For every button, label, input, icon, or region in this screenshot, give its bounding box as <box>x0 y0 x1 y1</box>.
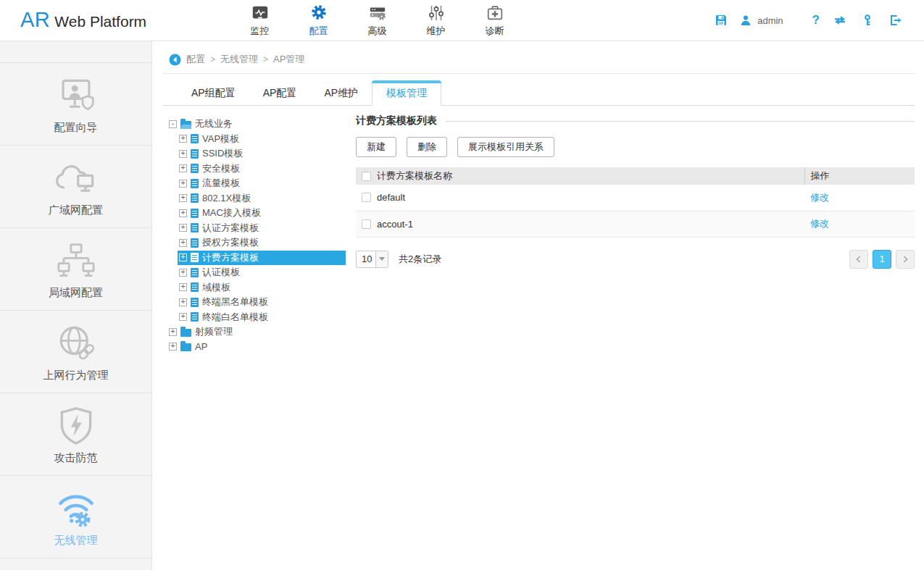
sidebar-item-config-wizard[interactable]: 配置向导 <box>0 63 151 146</box>
modify-link[interactable]: 修改 <box>810 192 829 203</box>
breadcrumb-back-icon[interactable] <box>169 54 181 66</box>
breadcrumb-item: AP管理 <box>273 53 304 66</box>
expand-icon[interactable]: + <box>179 150 187 158</box>
sidebar-item-wan-config[interactable]: 广域网配置 <box>0 146 151 228</box>
expand-icon[interactable]: + <box>179 224 187 232</box>
expand-icon[interactable]: + <box>179 298 187 306</box>
first-aid-icon <box>486 3 504 23</box>
left-sidebar: 配置向导 广域网配置 局域网配置 上网行为管理 攻击防范 <box>0 41 152 570</box>
tree-node-wireless-service[interactable]: - 无线业务 <box>169 117 346 132</box>
collapse-icon[interactable]: - <box>169 120 177 128</box>
nav-diagnosis[interactable]: 诊断 <box>465 3 524 38</box>
document-icon <box>191 193 199 203</box>
breadcrumb-item[interactable]: 无线管理 <box>220 53 258 66</box>
row-checkbox[interactable] <box>362 193 371 202</box>
sidebar-item-label: 广域网配置 <box>49 204 103 217</box>
tree-node-ssid-template[interactable]: + SSID模板 <box>178 146 346 162</box>
section-title: 计费方案模板列表 <box>356 114 437 127</box>
documents-icon <box>191 312 199 322</box>
tree-node-author-scheme-template[interactable]: + 授权方案模板 <box>178 235 346 251</box>
sidebar-item-wireless-management[interactable]: 无线管理 <box>0 476 151 558</box>
breadcrumb: 配置 > 无线管理 > AP管理 <box>163 41 915 74</box>
tree-node-label: 安全模板 <box>202 162 240 175</box>
expand-icon[interactable]: + <box>179 209 187 217</box>
main-area: 配置 > 无线管理 > AP管理 AP组配置 AP配置 AP维护 模板管理 - … <box>152 41 924 570</box>
save-icon[interactable] <box>714 13 728 28</box>
tab-template-management[interactable]: 模板管理 <box>372 83 441 106</box>
documents-icon <box>191 134 199 143</box>
tab-ap-group-config[interactable]: AP组配置 <box>178 83 249 106</box>
next-page-button[interactable] <box>896 250 915 269</box>
folder-icon <box>180 343 191 351</box>
document-icon <box>191 209 199 218</box>
tree-node-mac-access-template[interactable]: + MAC接入模板 <box>178 206 346 221</box>
switch-language-icon[interactable] <box>833 13 847 28</box>
tree-node-domain-template[interactable]: + 域模板 <box>178 280 346 296</box>
logout-icon[interactable] <box>888 13 902 28</box>
expand-icon[interactable]: + <box>179 283 187 291</box>
help-icon[interactable]: ? <box>812 13 820 28</box>
expand-icon[interactable]: + <box>169 328 177 336</box>
expand-icon[interactable]: + <box>179 164 187 172</box>
nav-monitor[interactable]: 监控 <box>230 3 289 38</box>
row-checkbox[interactable] <box>362 219 371 229</box>
nav-maintenance[interactable]: 维护 <box>407 3 465 38</box>
expand-icon[interactable]: + <box>179 239 187 247</box>
tab-ap-config[interactable]: AP配置 <box>249 83 311 106</box>
tree-node-security-template[interactable]: + 安全模板 <box>178 162 346 177</box>
tree-node-ap[interactable]: + AP <box>169 340 346 355</box>
nav-configuration[interactable]: 配置 <box>289 3 348 38</box>
section-divider <box>446 121 915 122</box>
lan-topology-icon <box>55 238 97 283</box>
tab-ap-maintenance[interactable]: AP维护 <box>310 83 372 106</box>
folder-icon <box>180 329 191 337</box>
expand-icon[interactable]: + <box>179 194 187 202</box>
sidebar-item-internet-behavior[interactable]: 上网行为管理 <box>0 311 151 393</box>
wizard-icon <box>55 73 97 118</box>
document-icon <box>191 253 199 262</box>
key-icon[interactable] <box>860 13 875 28</box>
expand-icon[interactable]: + <box>179 269 187 277</box>
sidebar-item-attack-defense[interactable]: 攻击防范 <box>0 393 151 476</box>
tree-node-authentication-template[interactable]: + 认证模板 <box>178 265 346 280</box>
select-all-checkbox[interactable] <box>362 172 371 181</box>
nav-advanced[interactable]: 高级 <box>348 3 407 38</box>
tree-node-terminal-blacklist-template[interactable]: + 终端黑名单模板 <box>178 295 346 310</box>
logo-ar-text: AR <box>20 8 50 32</box>
document-icon <box>191 223 199 232</box>
tree-node-auth-scheme-template[interactable]: + 认证方案模板 <box>178 221 346 236</box>
tree-node-accounting-scheme-template[interactable]: + 计费方案模板 <box>178 251 346 266</box>
page-1-button[interactable]: 1 <box>873 250 891 269</box>
expand-icon[interactable]: + <box>179 253 187 261</box>
expand-icon[interactable]: + <box>179 313 187 321</box>
sidebar-item-label: 局域网配置 <box>49 286 103 300</box>
sidebar-item-label: 无线管理 <box>54 534 98 548</box>
pager: 1 <box>849 250 915 269</box>
tree-node-traffic-template[interactable]: + 流量模板 <box>178 176 346 191</box>
tree-node-terminal-whitelist-template[interactable]: + 终端白名单模板 <box>178 310 346 325</box>
breadcrumb-separator: > <box>263 54 268 64</box>
record-count-label: 共2条记录 <box>399 253 441 266</box>
template-name: default <box>377 192 405 203</box>
prev-page-button[interactable] <box>849 250 868 269</box>
expand-icon[interactable]: + <box>169 343 177 351</box>
documents-icon <box>191 282 199 292</box>
expand-icon[interactable]: + <box>179 135 187 143</box>
tree-node-radio-management[interactable]: + 射频管理 <box>169 324 346 340</box>
tree-node-label: VAP模板 <box>202 133 239 146</box>
sidebar-item-lan-config[interactable]: 局域网配置 <box>0 228 151 311</box>
modify-link[interactable]: 修改 <box>810 218 829 229</box>
toolbar: 新建 删除 展示模板引用关系 <box>356 137 915 157</box>
tree-node-8021x-template[interactable]: + 802.1X模板 <box>178 191 346 206</box>
delete-button[interactable]: 删除 <box>407 137 447 157</box>
expand-icon[interactable]: + <box>179 180 187 188</box>
tree-node-vap-template[interactable]: + VAP模板 <box>178 132 346 147</box>
create-button[interactable]: 新建 <box>356 137 396 157</box>
logo-platform-text: Web Platform <box>54 13 146 30</box>
breadcrumb-item[interactable]: 配置 <box>186 53 205 66</box>
user-icon[interactable] <box>738 13 753 28</box>
show-template-reference-button[interactable]: 展示模板引用关系 <box>457 137 554 157</box>
documents-icon <box>191 268 199 277</box>
nav-maintenance-label: 维护 <box>427 25 446 38</box>
page-size-select[interactable]: 10 <box>356 251 388 268</box>
